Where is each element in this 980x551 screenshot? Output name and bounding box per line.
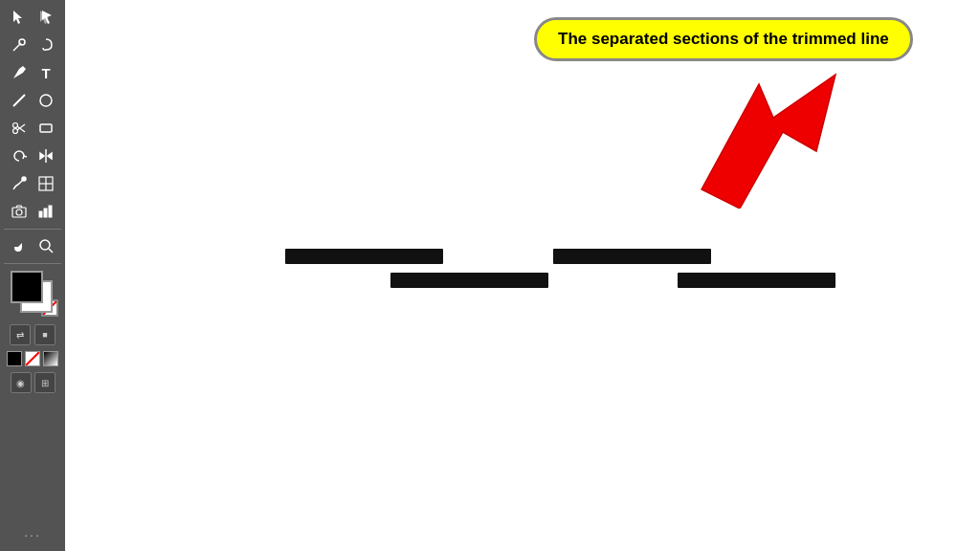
paintbrush-tool[interactable] xyxy=(6,170,33,197)
svg-point-7 xyxy=(13,123,18,128)
line-tool[interactable] xyxy=(6,87,33,114)
color-area: ⇄ ■ ◉ ⊞ xyxy=(2,271,63,393)
svg-point-4 xyxy=(19,39,25,45)
select-tool[interactable] xyxy=(6,4,33,31)
hand-tool[interactable] xyxy=(6,232,33,259)
chart-tool[interactable] xyxy=(33,198,59,225)
mesh-tool[interactable] xyxy=(33,170,59,197)
line-segment-3 xyxy=(553,249,711,264)
rect-tool[interactable] xyxy=(33,115,59,142)
svg-line-25 xyxy=(49,249,53,253)
svg-line-5 xyxy=(13,95,25,106)
svg-marker-14 xyxy=(48,153,52,159)
type-tool[interactable]: T xyxy=(33,59,59,86)
black-swatch[interactable] xyxy=(7,351,22,366)
swap-colors-icon[interactable]: ⇄ xyxy=(10,324,31,345)
annotation-text: The separated sections of the trimmed li… xyxy=(558,30,889,48)
icon-extra1[interactable]: ◉ xyxy=(11,372,32,393)
svg-marker-0 xyxy=(13,11,22,24)
default-colors-icon[interactable]: ■ xyxy=(34,324,56,345)
scissors-tool[interactable] xyxy=(6,115,33,142)
line-segment-1 xyxy=(285,249,443,264)
foreground-swatch[interactable] xyxy=(11,271,43,303)
toolbar-dots: ... xyxy=(24,524,41,540)
ellipse-tool[interactable] xyxy=(33,87,59,114)
svg-point-20 xyxy=(16,209,22,215)
svg-line-27 xyxy=(26,352,39,365)
white-swatch[interactable] xyxy=(25,351,40,366)
svg-marker-28 xyxy=(702,75,835,209)
svg-marker-2 xyxy=(42,11,52,24)
lasso-tool[interactable] xyxy=(33,32,59,58)
svg-point-15 xyxy=(22,177,26,181)
magic-wand-tool[interactable] xyxy=(6,32,33,58)
rotate-tool[interactable] xyxy=(6,143,33,169)
camera-tool[interactable] xyxy=(6,198,33,225)
line-segment-2 xyxy=(390,273,548,288)
annotation-arrow xyxy=(682,65,855,209)
svg-rect-21 xyxy=(39,211,42,217)
gradient-swatch[interactable] xyxy=(43,351,58,366)
svg-rect-11 xyxy=(40,124,52,132)
svg-marker-13 xyxy=(40,153,44,159)
toolbar: T xyxy=(0,0,65,551)
zoom-tool[interactable] xyxy=(33,232,59,259)
icon-extra2[interactable]: ⊞ xyxy=(34,372,56,393)
svg-point-6 xyxy=(40,95,52,106)
color-swatches[interactable] xyxy=(7,271,58,317)
reflect-tool[interactable] xyxy=(33,143,59,169)
direct-select-tool[interactable] xyxy=(33,4,59,31)
annotation-bubble: The separated sections of the trimmed li… xyxy=(534,17,913,61)
svg-rect-23 xyxy=(49,206,52,217)
canvas-area: The separated sections of the trimmed li… xyxy=(65,0,980,551)
svg-point-24 xyxy=(40,240,50,250)
pen-tool[interactable] xyxy=(6,59,33,86)
svg-rect-22 xyxy=(44,209,47,217)
line-segment-4 xyxy=(678,273,835,288)
svg-point-8 xyxy=(13,129,18,134)
